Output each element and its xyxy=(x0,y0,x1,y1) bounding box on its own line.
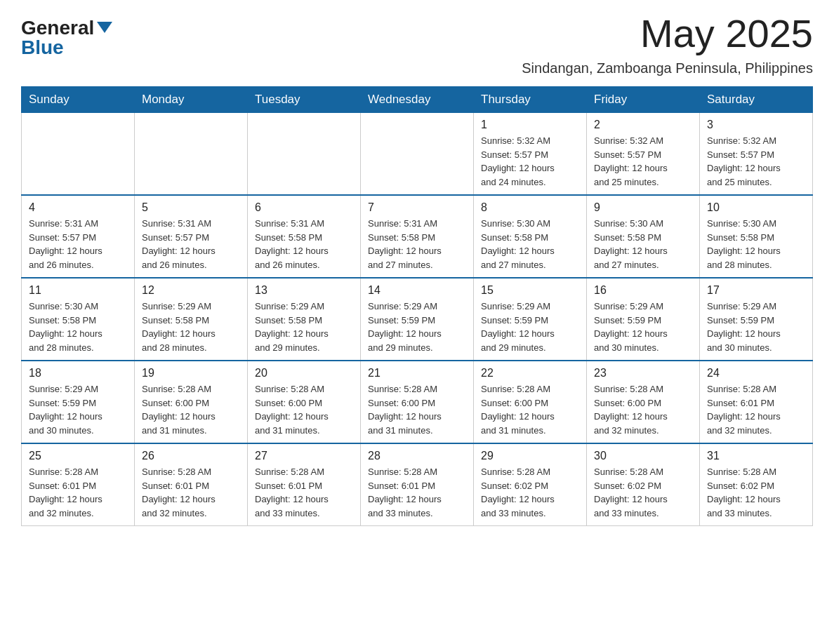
calendar-cell: 3Sunrise: 5:32 AMSunset: 5:57 PMDaylight… xyxy=(700,113,813,196)
day-number: 17 xyxy=(707,284,805,297)
day-number: 14 xyxy=(368,284,466,297)
day-info: Sunrise: 5:28 AMSunset: 6:01 PMDaylight:… xyxy=(707,382,805,437)
day-number: 5 xyxy=(142,201,240,214)
day-info: Sunrise: 5:28 AMSunset: 6:00 PMDaylight:… xyxy=(594,382,692,437)
day-number: 8 xyxy=(481,201,579,214)
day-number: 31 xyxy=(707,450,805,462)
calendar-cell: 7Sunrise: 5:31 AMSunset: 5:58 PMDaylight… xyxy=(361,195,474,278)
weekday-header-saturday: Saturday xyxy=(700,87,813,113)
day-number: 23 xyxy=(594,367,692,380)
day-info: Sunrise: 5:28 AMSunset: 6:02 PMDaylight:… xyxy=(707,465,805,520)
day-number: 21 xyxy=(368,367,466,380)
calendar-cell: 2Sunrise: 5:32 AMSunset: 5:57 PMDaylight… xyxy=(587,113,700,196)
day-info: Sunrise: 5:28 AMSunset: 6:00 PMDaylight:… xyxy=(142,382,240,437)
day-number: 2 xyxy=(594,119,692,131)
day-info: Sunrise: 5:30 AMSunset: 5:58 PMDaylight:… xyxy=(594,217,692,271)
calendar-cell: 23Sunrise: 5:28 AMSunset: 6:00 PMDayligh… xyxy=(587,361,700,443)
day-number: 13 xyxy=(255,284,353,297)
day-number: 18 xyxy=(29,367,127,380)
calendar-cell: 25Sunrise: 5:28 AMSunset: 6:01 PMDayligh… xyxy=(22,443,135,526)
calendar-cell: 22Sunrise: 5:28 AMSunset: 6:00 PMDayligh… xyxy=(474,361,587,443)
day-number: 27 xyxy=(255,450,353,462)
logo-general-word: General xyxy=(21,18,94,38)
calendar-cell: 1Sunrise: 5:32 AMSunset: 5:57 PMDaylight… xyxy=(474,113,587,196)
day-number: 16 xyxy=(594,284,692,297)
calendar-cell: 16Sunrise: 5:29 AMSunset: 5:59 PMDayligh… xyxy=(587,278,700,361)
calendar-cell: 29Sunrise: 5:28 AMSunset: 6:02 PMDayligh… xyxy=(474,443,587,526)
day-number: 22 xyxy=(481,367,579,380)
calendar-week-row: 1Sunrise: 5:32 AMSunset: 5:57 PMDaylight… xyxy=(22,113,813,196)
day-number: 11 xyxy=(29,284,127,297)
day-info: Sunrise: 5:28 AMSunset: 6:00 PMDaylight:… xyxy=(368,382,466,437)
calendar-cell xyxy=(135,113,248,196)
day-info: Sunrise: 5:32 AMSunset: 5:57 PMDaylight:… xyxy=(481,134,579,189)
calendar-cell: 10Sunrise: 5:30 AMSunset: 5:58 PMDayligh… xyxy=(700,195,813,278)
day-number: 19 xyxy=(142,367,240,380)
calendar-cell xyxy=(248,113,361,196)
weekday-header-wednesday: Wednesday xyxy=(361,87,474,113)
calendar-cell xyxy=(22,113,135,196)
weekday-header-tuesday: Tuesday xyxy=(248,87,361,113)
calendar-cell: 31Sunrise: 5:28 AMSunset: 6:02 PMDayligh… xyxy=(700,443,813,526)
day-info: Sunrise: 5:29 AMSunset: 5:59 PMDaylight:… xyxy=(368,300,466,354)
calendar-week-row: 11Sunrise: 5:30 AMSunset: 5:58 PMDayligh… xyxy=(22,278,813,361)
logo: General Blue xyxy=(21,14,112,58)
calendar-cell: 12Sunrise: 5:29 AMSunset: 5:58 PMDayligh… xyxy=(135,278,248,361)
logo-blue-text: Blue xyxy=(21,38,64,58)
day-number: 4 xyxy=(29,201,127,214)
day-info: Sunrise: 5:28 AMSunset: 6:00 PMDaylight:… xyxy=(255,382,353,437)
calendar-cell: 21Sunrise: 5:28 AMSunset: 6:00 PMDayligh… xyxy=(361,361,474,443)
logo-general-text: General xyxy=(21,18,112,38)
weekday-header-monday: Monday xyxy=(135,87,248,113)
day-number: 26 xyxy=(142,450,240,462)
calendar-cell: 18Sunrise: 5:29 AMSunset: 5:59 PMDayligh… xyxy=(22,361,135,443)
calendar-cell: 15Sunrise: 5:29 AMSunset: 5:59 PMDayligh… xyxy=(474,278,587,361)
day-number: 12 xyxy=(142,284,240,297)
calendar-week-row: 4Sunrise: 5:31 AMSunset: 5:57 PMDaylight… xyxy=(22,195,813,278)
weekday-header-thursday: Thursday xyxy=(474,87,587,113)
calendar-cell: 5Sunrise: 5:31 AMSunset: 5:57 PMDaylight… xyxy=(135,195,248,278)
day-info: Sunrise: 5:29 AMSunset: 5:58 PMDaylight:… xyxy=(142,300,240,354)
calendar-cell: 4Sunrise: 5:31 AMSunset: 5:57 PMDaylight… xyxy=(22,195,135,278)
month-year-label: May 2025 xyxy=(640,14,813,53)
calendar-cell: 30Sunrise: 5:28 AMSunset: 6:02 PMDayligh… xyxy=(587,443,700,526)
calendar-cell: 14Sunrise: 5:29 AMSunset: 5:59 PMDayligh… xyxy=(361,278,474,361)
day-info: Sunrise: 5:31 AMSunset: 5:58 PMDaylight:… xyxy=(368,217,466,271)
day-info: Sunrise: 5:31 AMSunset: 5:57 PMDaylight:… xyxy=(142,217,240,271)
location-subtitle: Sindangan, Zamboanga Peninsula, Philippi… xyxy=(21,60,813,76)
calendar-week-row: 18Sunrise: 5:29 AMSunset: 5:59 PMDayligh… xyxy=(22,361,813,443)
day-number: 29 xyxy=(481,450,579,462)
day-info: Sunrise: 5:31 AMSunset: 5:58 PMDaylight:… xyxy=(255,217,353,271)
weekday-header-sunday: Sunday xyxy=(22,87,135,113)
page-header: General Blue May 2025 xyxy=(21,14,813,58)
calendar-header-row: SundayMondayTuesdayWednesdayThursdayFrid… xyxy=(22,87,813,113)
day-info: Sunrise: 5:29 AMSunset: 5:59 PMDaylight:… xyxy=(29,382,127,437)
day-info: Sunrise: 5:29 AMSunset: 5:59 PMDaylight:… xyxy=(481,300,579,354)
day-info: Sunrise: 5:29 AMSunset: 5:59 PMDaylight:… xyxy=(707,300,805,354)
day-number: 30 xyxy=(594,450,692,462)
day-info: Sunrise: 5:29 AMSunset: 5:59 PMDaylight:… xyxy=(594,300,692,354)
day-number: 6 xyxy=(255,201,353,214)
calendar-cell: 9Sunrise: 5:30 AMSunset: 5:58 PMDaylight… xyxy=(587,195,700,278)
day-number: 1 xyxy=(481,119,579,131)
day-info: Sunrise: 5:32 AMSunset: 5:57 PMDaylight:… xyxy=(707,134,805,189)
calendar-cell: 26Sunrise: 5:28 AMSunset: 6:01 PMDayligh… xyxy=(135,443,248,526)
calendar-cell: 27Sunrise: 5:28 AMSunset: 6:01 PMDayligh… xyxy=(248,443,361,526)
day-number: 10 xyxy=(707,201,805,214)
calendar-cell: 28Sunrise: 5:28 AMSunset: 6:01 PMDayligh… xyxy=(361,443,474,526)
day-number: 15 xyxy=(481,284,579,297)
calendar-table: SundayMondayTuesdayWednesdayThursdayFrid… xyxy=(21,86,813,526)
day-info: Sunrise: 5:28 AMSunset: 6:01 PMDaylight:… xyxy=(255,465,353,520)
calendar-cell: 20Sunrise: 5:28 AMSunset: 6:00 PMDayligh… xyxy=(248,361,361,443)
calendar-week-row: 25Sunrise: 5:28 AMSunset: 6:01 PMDayligh… xyxy=(22,443,813,526)
day-number: 7 xyxy=(368,201,466,214)
calendar-cell: 11Sunrise: 5:30 AMSunset: 5:58 PMDayligh… xyxy=(22,278,135,361)
calendar-cell: 24Sunrise: 5:28 AMSunset: 6:01 PMDayligh… xyxy=(700,361,813,443)
day-number: 24 xyxy=(707,367,805,380)
logo-arrow-icon xyxy=(97,22,112,33)
calendar-cell: 13Sunrise: 5:29 AMSunset: 5:58 PMDayligh… xyxy=(248,278,361,361)
day-info: Sunrise: 5:28 AMSunset: 6:01 PMDaylight:… xyxy=(142,465,240,520)
day-info: Sunrise: 5:30 AMSunset: 5:58 PMDaylight:… xyxy=(481,217,579,271)
day-info: Sunrise: 5:32 AMSunset: 5:57 PMDaylight:… xyxy=(594,134,692,189)
month-year-title: May 2025 xyxy=(640,14,813,53)
